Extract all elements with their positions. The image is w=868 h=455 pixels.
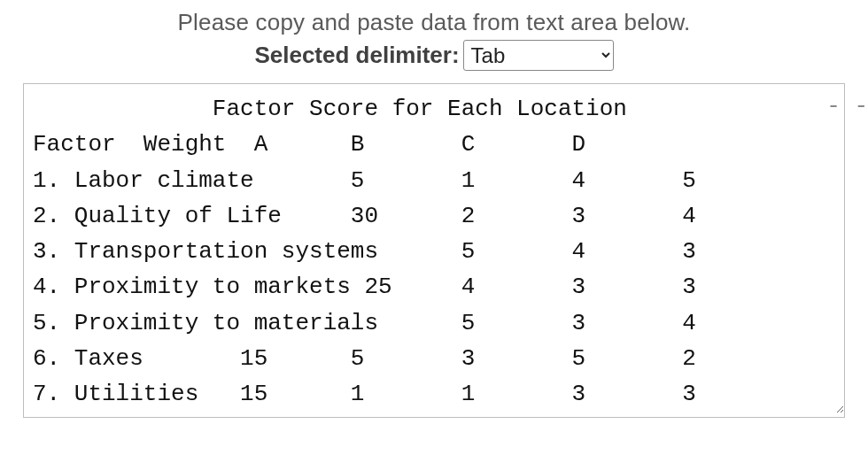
delimiter-select[interactable]: Tab [463, 40, 614, 71]
delimiter-label: Selected delimiter: [254, 42, 459, 69]
right-edge-dashes: - - [826, 93, 868, 120]
instruction-text: Please copy and paste data from text are… [18, 9, 850, 36]
textarea-wrapper [23, 83, 845, 418]
data-textarea[interactable] [24, 84, 844, 413]
delimiter-row: Selected delimiter: Tab [18, 40, 850, 71]
data-import-panel: Please copy and paste data from text are… [0, 0, 868, 427]
